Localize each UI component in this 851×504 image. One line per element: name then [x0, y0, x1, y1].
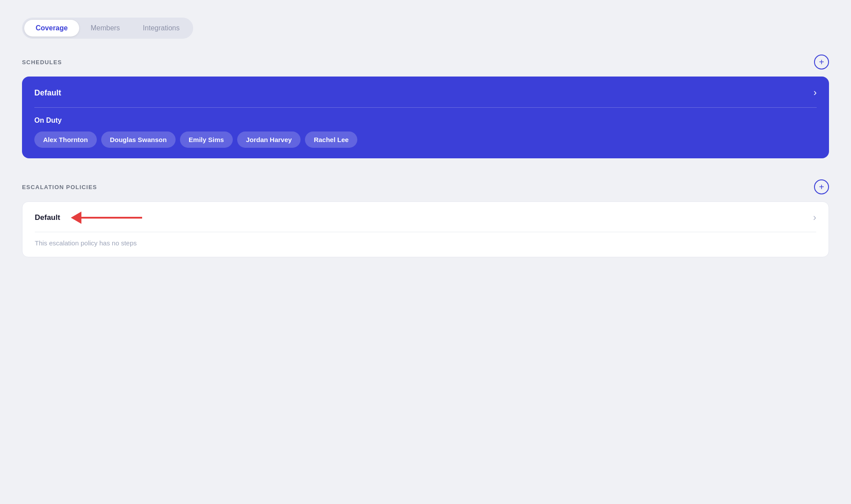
arrow-head-icon: [71, 212, 81, 224]
member-chip-douglas-swanson[interactable]: Douglas Swanson: [101, 131, 176, 148]
tab-integrations[interactable]: Integrations: [132, 20, 191, 37]
plus-icon: +: [819, 58, 824, 66]
plus-icon-escalation: +: [819, 183, 824, 191]
schedule-chevron-right-icon[interactable]: ›: [814, 87, 817, 99]
schedules-section-header: SCHEDULES +: [22, 55, 829, 69]
schedule-card-default: Default › On Duty Alex Thornton Douglas …: [22, 77, 829, 158]
schedule-card-header: Default ›: [34, 87, 817, 99]
escalation-divider: [35, 232, 816, 232]
arrow-line: [81, 217, 142, 219]
add-schedule-button[interactable]: +: [814, 55, 829, 69]
red-arrow-indicator: [71, 212, 142, 224]
member-chip-jordan-harvey[interactable]: Jordan Harvey: [237, 131, 301, 148]
escalation-chevron-right-icon[interactable]: ›: [813, 212, 816, 223]
member-chip-emily-sims[interactable]: Emily Sims: [180, 131, 233, 148]
add-escalation-button[interactable]: +: [814, 179, 829, 194]
member-chip-alex-thornton[interactable]: Alex Thornton: [34, 131, 97, 148]
member-chip-rachel-lee[interactable]: Rachel Lee: [305, 131, 357, 148]
schedule-card-title: Default: [34, 88, 61, 98]
on-duty-label: On Duty: [34, 117, 817, 124]
schedule-divider: [34, 107, 817, 108]
escalation-title: ESCALATION POLICIES: [22, 184, 97, 190]
escalation-section: ESCALATION POLICIES + Default › This esc…: [22, 179, 829, 257]
tab-members[interactable]: Members: [79, 20, 132, 37]
tab-coverage[interactable]: Coverage: [24, 20, 79, 37]
member-chips: Alex Thornton Douglas Swanson Emily Sims…: [34, 131, 817, 148]
escalation-card-title: Default: [35, 213, 60, 222]
schedules-title: SCHEDULES: [22, 59, 62, 66]
escalation-card-default: Default › This escalation policy has no …: [22, 201, 829, 257]
escalation-card-header: Default ›: [35, 212, 816, 224]
tab-bar: Coverage Members Integrations: [22, 18, 193, 39]
escalation-section-header: ESCALATION POLICIES +: [22, 179, 829, 194]
no-steps-text: This escalation policy has no steps: [35, 239, 137, 247]
escalation-title-row: Default: [35, 212, 142, 224]
